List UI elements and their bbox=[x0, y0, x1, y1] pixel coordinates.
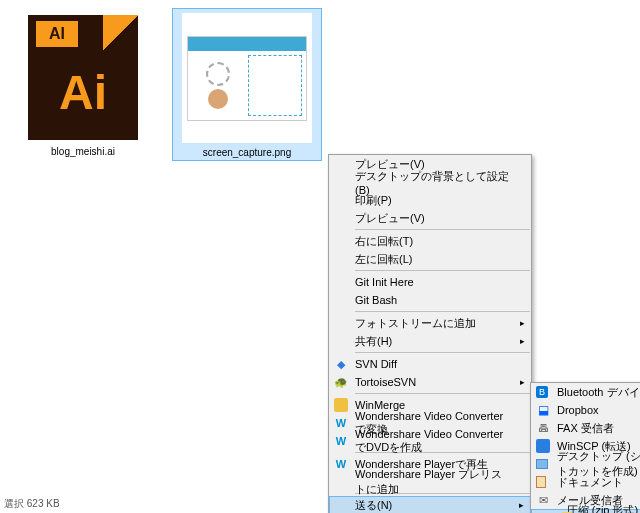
menu-item[interactable]: ◆SVN Diff bbox=[329, 355, 531, 373]
menu-item-label: Git Bash bbox=[355, 294, 397, 306]
menu-item-label: Wondershare Video ConverterでDVDを作成 bbox=[355, 428, 513, 455]
submenu-item-label: 圧縮 (zip 形式) フォルダー bbox=[567, 503, 640, 513]
submenu-item[interactable]: 圧縮 (zip 形式) フォルダー bbox=[531, 509, 640, 513]
send-to-submenu[interactable]: BBluetooth デバイス⬓Dropbox🖷FAX 受信者WinSCP (転… bbox=[530, 382, 640, 513]
ai-file-icon: AI Ai bbox=[28, 15, 138, 140]
winscp-icon bbox=[536, 439, 550, 453]
menu-item[interactable]: Git Bash bbox=[329, 291, 531, 309]
png-thumb-body bbox=[188, 51, 306, 120]
doc-icon bbox=[536, 476, 546, 488]
menu-item-label: 右に回転(T) bbox=[355, 234, 413, 249]
submenu-item-label: Dropbox bbox=[557, 404, 599, 416]
menu-separator bbox=[355, 270, 530, 271]
menu-item[interactable]: 右に回転(T) bbox=[329, 232, 531, 250]
tortoise-icon: 🐢 bbox=[334, 375, 348, 389]
submenu-item-label: Bluetooth デバイス bbox=[557, 385, 640, 400]
file-ai[interactable]: AI Ai blog_meishi.ai bbox=[8, 8, 158, 159]
menu-item[interactable]: 送る(N)▸ bbox=[329, 496, 531, 513]
file-label: blog_meishi.ai bbox=[8, 144, 158, 159]
menu-item[interactable]: 共有(H)▸ bbox=[329, 332, 531, 350]
submenu-item[interactable]: BBluetooth デバイス bbox=[531, 383, 640, 401]
fax-icon: 🖷 bbox=[536, 421, 550, 435]
submenu-arrow-icon: ▸ bbox=[520, 336, 525, 346]
menu-item[interactable]: デスクトップの背景として設定(B) bbox=[329, 173, 531, 191]
menu-item[interactable]: Wondershare Player プレリストに追加 bbox=[329, 473, 531, 491]
menu-item[interactable]: 🐢TortoiseSVN▸ bbox=[329, 373, 531, 391]
menu-separator bbox=[355, 393, 530, 394]
submenu-arrow-icon: ▸ bbox=[520, 377, 525, 387]
bt-icon: B bbox=[536, 386, 548, 398]
menu-separator bbox=[355, 311, 530, 312]
file-png[interactable]: screen_capture.png bbox=[172, 8, 322, 161]
ws-icon: W bbox=[334, 416, 348, 430]
submenu-item[interactable]: デスクトップ (ショートカットを作成) bbox=[531, 455, 640, 473]
menu-item-label: Git Init Here bbox=[355, 276, 414, 288]
dropbox-icon: ⬓ bbox=[536, 403, 550, 417]
file-label: screen_capture.png bbox=[173, 145, 321, 160]
menu-item-label: Wondershare Player プレリストに追加 bbox=[355, 467, 513, 497]
menu-item[interactable]: フォトストリームに追加▸ bbox=[329, 314, 531, 332]
menu-item-label: SVN Diff bbox=[355, 358, 397, 370]
menu-item[interactable]: Git Init Here bbox=[329, 273, 531, 291]
submenu-item[interactable]: ⬓Dropbox bbox=[531, 401, 640, 419]
submenu-item-label: ドキュメント bbox=[557, 475, 623, 490]
menu-item[interactable]: プレビュー(V) bbox=[329, 209, 531, 227]
submenu-arrow-icon: ▸ bbox=[520, 318, 525, 328]
menu-separator bbox=[355, 352, 530, 353]
ai-text: Ai bbox=[28, 65, 138, 120]
submenu-item-label: FAX 受信者 bbox=[557, 421, 614, 436]
ws-icon: W bbox=[334, 457, 348, 471]
winmerge-icon bbox=[334, 398, 348, 412]
submenu-arrow-icon: ▸ bbox=[519, 500, 524, 510]
menu-item[interactable]: 左に回転(L) bbox=[329, 250, 531, 268]
mail-icon: ✉ bbox=[536, 493, 550, 507]
submenu-item[interactable]: 🖷FAX 受信者 bbox=[531, 419, 640, 437]
submenu-item[interactable]: ドキュメント bbox=[531, 473, 640, 491]
status-bar: 選択 623 KB bbox=[0, 495, 64, 513]
menu-item[interactable]: WWondershare Video ConverterでDVDを作成 bbox=[329, 432, 531, 450]
menu-item-label: 左に回転(L) bbox=[355, 252, 412, 267]
menu-item-label: フォトストリームに追加 bbox=[355, 316, 476, 331]
menu-item-label: プレビュー(V) bbox=[355, 211, 425, 226]
context-menu[interactable]: プレビュー(V)デスクトップの背景として設定(B)印刷(P)プレビュー(V)右に… bbox=[328, 154, 532, 513]
menu-item-label: TortoiseSVN bbox=[355, 376, 416, 388]
ai-badge: AI bbox=[36, 21, 78, 47]
menu-item-label: 共有(H) bbox=[355, 334, 392, 349]
svn-icon: ◆ bbox=[334, 357, 348, 371]
png-preview bbox=[187, 36, 307, 121]
file-thumb-ai: AI Ai bbox=[18, 12, 148, 142]
menu-item-label: 印刷(P) bbox=[355, 193, 392, 208]
png-thumb-header bbox=[188, 37, 306, 51]
menu-item[interactable]: 印刷(P) bbox=[329, 191, 531, 209]
menu-item-label: 送る(N) bbox=[355, 498, 392, 513]
menu-separator bbox=[355, 229, 530, 230]
file-thumb-png bbox=[182, 13, 312, 143]
ws-icon: W bbox=[334, 434, 348, 448]
desktop-icon bbox=[536, 459, 548, 469]
